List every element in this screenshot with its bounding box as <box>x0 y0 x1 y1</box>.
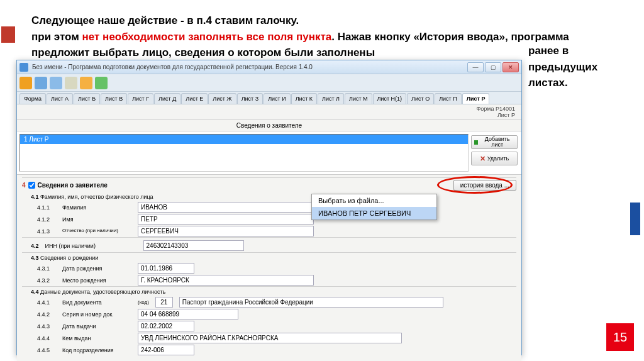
sun-icon[interactable] <box>80 77 92 89</box>
instruction-highlight: нет необходимости заполнять все поля пун… <box>82 31 332 43</box>
sheet-list[interactable]: 1 Лист Р <box>19 134 469 172</box>
tab-листе[interactable]: Лист Е <box>181 93 208 104</box>
doc-type-input[interactable] <box>179 297 443 308</box>
tab-листж[interactable]: Лист Ж <box>208 93 236 104</box>
slide-accent-bar <box>1 26 15 43</box>
close-button[interactable]: ✕ <box>502 62 519 72</box>
field-443: 4.4.3 Дата выдачи <box>22 320 516 332</box>
page-number-badge: 15 <box>606 323 634 351</box>
delete-sheet-button[interactable]: ✕ Удалить <box>471 152 518 165</box>
tab-листв[interactable]: Лист В <box>101 93 127 104</box>
group-43-header: 4.3 Сведения о рождении <box>22 252 516 262</box>
tab-листл[interactable]: Лист Л <box>318 93 344 104</box>
list-item[interactable]: 1 Лист Р <box>20 135 468 144</box>
field-445: 4.4.5 Код подразделения <box>22 344 516 356</box>
instruction-line1: Следующее наше действие - в п.4 ставим г… <box>31 14 299 26</box>
tab-листз[interactable]: Лист З <box>237 93 264 104</box>
patronymic-input[interactable] <box>138 226 314 236</box>
history-button[interactable]: история ввода ... <box>453 180 516 191</box>
field-431: 4.3.1 Дата рождения <box>22 262 516 274</box>
group-42-row: 4.2 ИНН (при наличии) <box>22 237 516 252</box>
dropdown-item-file[interactable]: Выбрать из файла... <box>312 194 436 207</box>
window-controls: — ▢ ✕ <box>467 62 519 72</box>
folder-icon[interactable] <box>19 77 32 89</box>
tab-листм[interactable]: Лист М <box>345 93 372 104</box>
application-window: Без имени - Программа подготовки докумен… <box>16 60 522 355</box>
doc-dept-code-input[interactable] <box>138 345 194 355</box>
group-number: 4 <box>22 182 26 189</box>
birthplace-input[interactable] <box>138 275 314 286</box>
tab-листг[interactable]: Лист Г <box>128 93 153 104</box>
toolbar <box>17 74 521 92</box>
group-44-header: 4.4 Данные документа, удостоверяющего ли… <box>22 286 516 296</box>
section-title: Сведения о заявителе <box>17 120 521 131</box>
tab-листи[interactable]: Лист И <box>264 93 291 104</box>
mail-icon[interactable] <box>65 77 77 89</box>
field-444: 4.4.4 Кем выдан <box>22 332 516 344</box>
tab-листк[interactable]: Лист К <box>291 93 317 104</box>
list-buttons: Добавить лист ✕ Удалить <box>471 131 521 174</box>
plus-icon <box>474 140 478 145</box>
form-body: 4 Сведения о заявителе история ввода ...… <box>17 175 521 361</box>
tab-листд[interactable]: Лист Д <box>154 93 180 104</box>
form-code: Форма Р14001 <box>476 106 515 112</box>
tab-bar: ФормаЛист АЛист БЛист ВЛист ГЛист ДЛист … <box>17 92 521 104</box>
group-41-header: 4.1 Фамилия, имя, отчество физического л… <box>22 192 516 201</box>
tab-листр[interactable]: Лист Р <box>462 93 490 104</box>
slide-instruction-text: Следующее наше действие - в п.4 ставим г… <box>31 13 610 61</box>
doc-number-input[interactable] <box>138 309 238 319</box>
tab-листо[interactable]: Лист О <box>407 93 434 104</box>
copy-icon[interactable] <box>50 77 62 89</box>
app-icon <box>19 63 28 72</box>
tab-листп[interactable]: Лист П <box>435 93 462 104</box>
field-432: 4.3.2 Место рождения <box>22 274 516 286</box>
surname-input[interactable] <box>138 202 314 213</box>
minimize-button[interactable]: — <box>467 62 484 72</box>
tab-листа[interactable]: Лист А <box>47 93 73 104</box>
sheet-code: Лист Р <box>497 112 515 118</box>
dropdown-item-person[interactable]: ИВАНОВ ПЕТР СЕРГЕЕВИЧ <box>312 207 436 219</box>
doc-issuer-input[interactable] <box>138 333 402 343</box>
group-4-label: Сведения о заявителе <box>38 182 108 189</box>
slide-blue-accent <box>630 203 640 235</box>
sheet-list-pane: 1 Лист Р Добавить лист ✕ Удалить <box>17 131 521 175</box>
window-titlebar[interactable]: Без имени - Программа подготовки докумен… <box>17 60 521 74</box>
field-413: 4.1.3 Отчество (при наличии) <box>22 225 516 237</box>
maximize-button[interactable]: ▢ <box>485 62 501 72</box>
group-4-header: 4 Сведения о заявителе история ввода ... <box>22 177 516 192</box>
group-4-checkbox[interactable] <box>28 182 35 189</box>
gear-icon[interactable] <box>95 77 108 89</box>
add-sheet-button[interactable]: Добавить лист <box>471 135 518 149</box>
tab-листн(1)[interactable]: Лист Н(1) <box>373 93 407 104</box>
name-input[interactable] <box>138 214 314 225</box>
slide-side-text: ранее в предыдущих листах. <box>528 43 635 91</box>
history-dropdown[interactable]: Выбрать из файла... ИВАНОВ ПЕТР СЕРГЕЕВИ… <box>311 194 437 220</box>
save-icon[interactable] <box>35 77 47 89</box>
field-442: 4.4.2 Серия и номер док. <box>22 308 516 320</box>
tab-форма[interactable]: Форма <box>19 93 46 104</box>
field-441: 4.4.1 Вид документа (код) <box>22 296 516 308</box>
tab-листб[interactable]: Лист Б <box>74 93 100 104</box>
field-411: 4.1.1 Фамилия <box>22 201 516 213</box>
field-412: 4.1.2 Имя <box>22 213 516 225</box>
window-title: Без имени - Программа подготовки докумен… <box>32 64 467 70</box>
doc-code-input[interactable] <box>155 297 173 308</box>
inn-input[interactable] <box>143 240 244 251</box>
doc-date-input[interactable] <box>138 321 194 331</box>
x-icon: ✕ <box>480 155 486 163</box>
birthdate-input[interactable] <box>138 263 194 274</box>
form-header-bar: Форма Р14001 Лист Р <box>17 104 521 120</box>
instruction-line2-pre: при этом <box>31 31 82 43</box>
